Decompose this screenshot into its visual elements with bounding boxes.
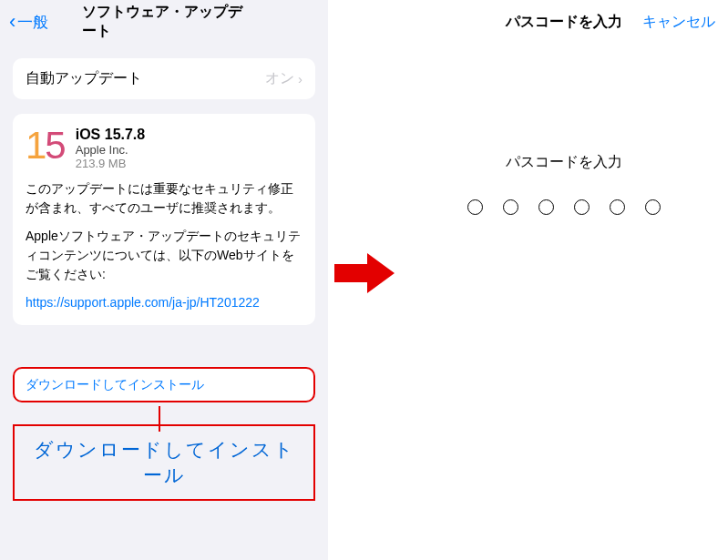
chevron-right-icon: › bbox=[298, 71, 302, 87]
nav-header: ‹ 一般 ソフトウェア・アップデート bbox=[0, 0, 328, 44]
callout-box: ダウンロードしてインストール bbox=[13, 424, 315, 501]
passcode-dot bbox=[467, 199, 483, 215]
update-desc-1: このアップデートには重要なセキュリティ修正が含まれ、すべてのユーザに推奨されます… bbox=[26, 179, 302, 218]
download-install-label: ダウンロードしてインストール bbox=[26, 377, 204, 392]
back-button[interactable]: ‹ 一般 bbox=[9, 10, 48, 34]
auto-update-row[interactable]: 自動アップデート オン › bbox=[13, 58, 315, 99]
security-link[interactable]: https://support.apple.com/ja-jp/HT201222 bbox=[26, 295, 260, 310]
update-card: 15 iOS 15.7.8 Apple Inc. 213.9 MB このアップデ… bbox=[13, 114, 315, 325]
passcode-dot bbox=[538, 199, 554, 215]
passcode-header: パスコードを入力 キャンセル bbox=[400, 0, 728, 44]
auto-update-label: 自動アップデート bbox=[26, 69, 142, 88]
ios-15-icon: 15 bbox=[26, 127, 65, 170]
update-publisher: Apple Inc. bbox=[76, 143, 146, 157]
svg-marker-0 bbox=[334, 253, 395, 293]
download-install-button[interactable]: ダウンロードしてインストール bbox=[13, 367, 315, 402]
callout-text: ダウンロードしてインストール bbox=[24, 437, 304, 488]
page-title: ソフトウェア・アップデート bbox=[82, 3, 246, 41]
passcode-dot bbox=[645, 199, 661, 215]
passcode-prompt: パスコードを入力 bbox=[400, 153, 728, 172]
update-desc-2: Appleソフトウェア・アップデートのセキュリティコンテンツについては、以下のW… bbox=[26, 227, 302, 284]
update-size: 213.9 MB bbox=[76, 157, 146, 170]
back-label: 一般 bbox=[17, 12, 48, 33]
passcode-dots[interactable] bbox=[400, 199, 728, 215]
passcode-title: パスコードを入力 bbox=[506, 13, 622, 32]
passcode-dot bbox=[610, 199, 625, 215]
chevron-left-icon: ‹ bbox=[9, 10, 15, 34]
passcode-dot bbox=[503, 199, 518, 215]
auto-update-value: オン › bbox=[265, 69, 302, 88]
flow-arrow-icon bbox=[328, 246, 400, 300]
update-name: iOS 15.7.8 bbox=[76, 127, 146, 143]
cancel-button[interactable]: キャンセル bbox=[642, 13, 715, 32]
passcode-dot bbox=[574, 199, 590, 215]
callout-connector bbox=[159, 406, 160, 432]
